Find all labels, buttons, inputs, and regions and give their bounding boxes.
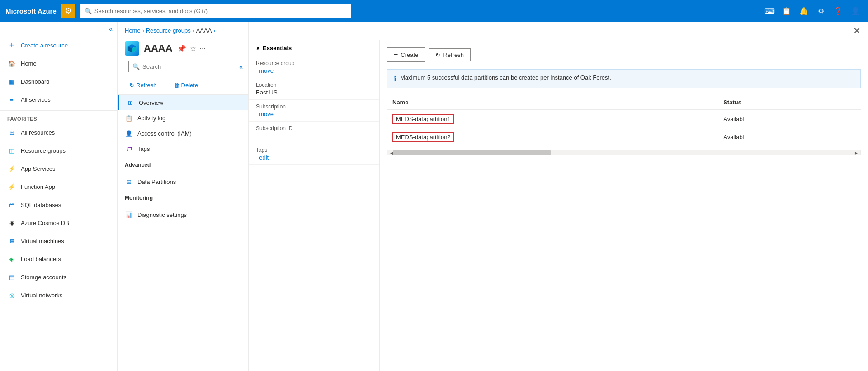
all-resources-icon: ⊞ <box>7 128 16 137</box>
sidebar-item-function-app[interactable]: ⚡ Function App <box>0 178 117 196</box>
location-value: East US <box>256 89 372 96</box>
search-icon: 🔍 <box>132 63 140 70</box>
sidebar-item-create-resource[interactable]: + Create a resource <box>0 36 117 54</box>
pin-icon[interactable]: 📌 <box>177 44 186 53</box>
profile-icon[interactable]: 👤 <box>848 4 863 18</box>
overview-icon: ⊞ <box>126 99 134 107</box>
essentials-header: ∧ Essentials <box>249 40 379 56</box>
nav-item-activity-log[interactable]: 📋 Activity log <box>118 110 248 126</box>
refresh-right-button[interactable]: ↻ Refresh <box>429 48 471 61</box>
rg-collapse-btn[interactable]: « <box>237 63 245 70</box>
resource-group-panel: Home › Resource groups › AAAA › AAAA <box>118 22 249 371</box>
sidebar-collapse: « <box>0 22 117 36</box>
right-panel-toolbar: + Create ↻ Refresh <box>387 47 861 62</box>
star-icon[interactable]: ☆ <box>190 44 196 53</box>
resource-groups-icon: ◫ <box>7 146 16 155</box>
global-search-input[interactable] <box>94 8 347 14</box>
rg-field-label: Resource group <box>256 60 372 66</box>
rg-name: AAAA <box>144 42 173 54</box>
rg-search-bar[interactable]: 🔍 <box>128 61 228 72</box>
essentials-panel: ∧ Essentials Resource group move Locatio… <box>249 40 380 371</box>
horizontal-scrollbar[interactable]: ◄ ► <box>387 150 861 155</box>
notification-icon[interactable]: 🔔 <box>797 4 811 18</box>
partition-name-cell[interactable]: MEDS-datapartition1 <box>387 110 718 128</box>
azure-icon-btn[interactable]: ⚙ <box>61 4 75 18</box>
scrollbar-thumb[interactable] <box>393 150 551 155</box>
sidebar-item-app-services[interactable]: ⚡ App Services <box>0 160 117 178</box>
nav-item-tags[interactable]: 🏷 Tags <box>118 141 248 156</box>
sidebar-item-virtual-machines[interactable]: 🖥 Virtual machines <box>0 232 117 250</box>
global-search-box[interactable]: 🔍 <box>80 4 351 18</box>
feedback-icon[interactable]: 📋 <box>779 4 794 18</box>
nav-item-diagnostic-settings[interactable]: 📊 Diagnostic settings <box>118 207 248 222</box>
access-control-label: Access control (IAM) <box>137 130 192 137</box>
rg-nav: ⊞ Overview 📋 Activity log 👤 Access contr… <box>118 95 248 371</box>
nav-item-data-partitions[interactable]: ⊞ Data Partitions <box>118 174 248 189</box>
sidebar-item-dashboard[interactable]: ▦ Dashboard <box>0 72 117 90</box>
search-icon: 🔍 <box>85 8 92 14</box>
subscription-id-value <box>256 132 372 139</box>
diagnostic-icon: 📊 <box>125 211 133 219</box>
more-icon[interactable]: ··· <box>200 44 206 52</box>
storage-icon: ▤ <box>7 272 16 282</box>
help-icon[interactable]: ❓ <box>831 4 845 18</box>
collapse-btn[interactable]: « <box>109 25 113 33</box>
sidebar-item-resource-groups[interactable]: ◫ Resource groups <box>0 141 117 160</box>
app-services-icon: ⚡ <box>7 164 16 173</box>
breadcrumb-sep2: › <box>193 28 194 34</box>
table-row: MEDS-datapartition1Availabl <box>387 110 861 128</box>
sidebar-item-sql-databases[interactable]: 🗃 SQL databases <box>0 196 117 214</box>
essentials-subscription: Subscription move <box>249 100 379 122</box>
subscription-value: move <box>256 111 372 117</box>
partition-name[interactable]: MEDS-datapartition1 <box>392 114 454 124</box>
main-layout: « + Create a resource 🏠 Home ▦ Dashboard… <box>0 22 868 371</box>
sidebar-item-all-services[interactable]: ≡ All services <box>0 90 117 108</box>
subscription-label: Subscription <box>256 103 372 110</box>
table-row: MEDS-datapartition2Availabl <box>387 128 861 146</box>
nav-item-overview[interactable]: ⊞ Overview <box>118 95 248 110</box>
partition-name-cell[interactable]: MEDS-datapartition2 <box>387 128 718 146</box>
sidebar-item-all-resources[interactable]: ⊞ All resources <box>0 123 117 141</box>
dashboard-icon: ▦ <box>7 77 16 86</box>
breadcrumb-home[interactable]: Home <box>125 27 141 34</box>
lb-icon: ◈ <box>7 254 16 263</box>
scroll-left-arrow[interactable]: ◄ <box>387 150 396 155</box>
sidebar-item-virtual-networks[interactable]: ◎ Virtual networks <box>0 286 117 304</box>
breadcrumb-current: AAAA <box>196 27 212 34</box>
partition-name[interactable]: MEDS-datapartition2 <box>392 132 454 142</box>
create-button[interactable]: + Create <box>387 47 425 62</box>
sidebar-item-storage-accounts[interactable]: ▤ Storage accounts <box>0 268 117 286</box>
activity-log-label: Activity log <box>137 115 165 122</box>
vm-icon: 🖥 <box>7 236 16 245</box>
nav-item-access-control[interactable]: 👤 Access control (IAM) <box>118 126 248 141</box>
refresh-right-icon: ↻ <box>435 52 440 58</box>
topbar: Microsoft Azure ⚙ 🔍 ⌨ 📋 🔔 ⚙ ❓ 👤 <box>0 0 868 22</box>
scroll-right-arrow[interactable]: ► <box>852 150 860 155</box>
info-box: ℹ Maximum 5 successful data partitions c… <box>387 69 861 88</box>
rg-move-link[interactable]: move <box>259 67 274 74</box>
essentials-tags: Tags edit <box>249 143 379 165</box>
info-message: Maximum 5 successful data partitions can… <box>400 74 611 81</box>
sidebar-item-cosmos-db[interactable]: ◉ Azure Cosmos DB <box>0 214 117 232</box>
essentials-chevron[interactable]: ∧ <box>256 45 260 52</box>
settings-icon[interactable]: ⚙ <box>814 4 828 18</box>
essentials-subscription-id: Subscription ID <box>249 122 379 143</box>
home-icon: 🏠 <box>7 59 16 68</box>
essentials-resource-group: Resource group move <box>249 56 379 78</box>
breadcrumb-more[interactable]: › <box>213 28 215 34</box>
rg-title-row: AAAA 📌 ☆ ··· <box>125 38 241 61</box>
close-button[interactable]: ✕ <box>853 25 861 36</box>
subscription-move-link[interactable]: move <box>259 111 274 117</box>
all-services-icon: ≡ <box>7 95 16 104</box>
tags-edit-link[interactable]: edit <box>259 154 269 161</box>
delete-button[interactable]: 🗑 Delete <box>169 80 203 91</box>
sidebar-item-home[interactable]: 🏠 Home <box>0 54 117 72</box>
sidebar-item-load-balancers[interactable]: ◈ Load balancers <box>0 250 117 268</box>
terminal-icon[interactable]: ⌨ <box>762 4 777 18</box>
content-body: ∧ Essentials Resource group move Locatio… <box>249 40 868 371</box>
tags-label: Tags <box>137 146 150 152</box>
refresh-button[interactable]: ↻ Refresh <box>125 80 161 91</box>
rg-search-input[interactable] <box>142 63 224 70</box>
breadcrumb-resource-groups[interactable]: Resource groups <box>146 27 191 34</box>
partition-status: Availabl <box>718 110 861 128</box>
